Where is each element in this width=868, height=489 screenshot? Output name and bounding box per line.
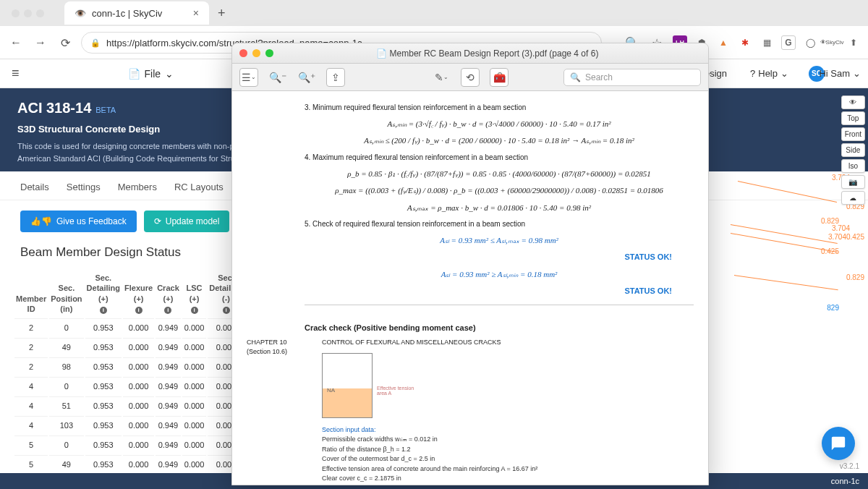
design-tab[interactable]: RC Layouts <box>174 182 224 192</box>
table-cell: 0.953 <box>85 318 122 336</box>
table-cell: 0.000 <box>123 338 154 356</box>
table-cell: 0 <box>49 377 83 395</box>
table-cell: 5 <box>14 455 48 473</box>
table-cell: 0 <box>49 435 83 454</box>
view-top[interactable]: Top <box>841 111 865 125</box>
file-menu[interactable]: 📄 File ⌄ <box>128 68 174 80</box>
view-side[interactable]: Side <box>841 143 865 157</box>
share-icon[interactable]: ⇪ <box>326 68 345 87</box>
macos-traffic-lights <box>6 9 50 17</box>
chevron-down-icon: ⌄ <box>780 68 788 79</box>
extension-icon[interactable]: ▦ <box>760 35 774 50</box>
sec-input: Effective tension area of concrete aroun… <box>322 464 694 474</box>
file-label: File <box>145 68 161 80</box>
table-cell: 0.953 <box>85 396 122 414</box>
update-model-button[interactable]: ⟳ Update model <box>144 211 230 232</box>
table-cell: 0.949 <box>156 338 181 356</box>
cloud-icon[interactable]: ☁ <box>841 191 865 205</box>
pdf-max[interactable] <box>265 49 273 57</box>
zoom-out-icon[interactable]: 🔍⁻ <box>268 68 287 87</box>
lock-icon: 🔒 <box>90 38 101 48</box>
back-button[interactable]: ← <box>7 34 25 51</box>
table-cell: 0.000 <box>123 396 154 414</box>
eff-label: Effective tension area A <box>377 386 420 396</box>
help-menu[interactable]: ? Help ⌄ <box>750 68 788 79</box>
table-cell: 2 <box>14 338 48 356</box>
pdf-search-input[interactable]: 🔍 Search <box>563 69 701 86</box>
forward-button[interactable]: → <box>32 34 49 51</box>
pdf-titlebar[interactable]: 📄 Member RC Beam Design Report (3).pdf (… <box>232 43 708 64</box>
version-label: v3.2.1 <box>840 462 859 470</box>
table-header: Flexure(+)i <box>123 270 154 317</box>
tab-close-icon[interactable]: × <box>193 7 199 19</box>
pdf-close[interactable] <box>239 49 247 57</box>
table-header: Sec.Position(in) <box>49 270 83 317</box>
pdf-body[interactable]: 3. Minimum required flexural tension rei… <box>232 91 708 485</box>
table-cell: 2 <box>14 318 48 336</box>
markup-icon[interactable]: 🧰 <box>490 68 509 87</box>
extension-icon[interactable]: ⬆ <box>846 35 861 50</box>
table-cell: 0.000 <box>182 416 207 434</box>
extension-g[interactable]: G <box>781 35 796 50</box>
tab-favicon: 👁️ <box>75 8 86 19</box>
traffic-close[interactable] <box>12 9 20 17</box>
view-iso[interactable]: Iso <box>841 159 865 173</box>
pdf-section-5: 5. Check of required flexural tension re… <box>305 219 694 229</box>
table-cell: 0.000 <box>182 377 207 395</box>
table-cell: 51 <box>49 396 83 414</box>
refresh-icon: ⟳ <box>154 216 161 226</box>
pdf-title-text: Member RC Beam Design Report (3).pdf (pa… <box>390 48 599 59</box>
design-tab[interactable]: Settings <box>67 182 101 192</box>
pdf-min[interactable] <box>252 49 260 57</box>
table-cell: 0.000 <box>123 377 154 395</box>
extension-icon[interactable]: ✱ <box>738 35 752 50</box>
eye-toggle[interactable]: 👁 <box>841 95 865 109</box>
camera-icon[interactable]: 📷 <box>841 175 865 189</box>
table-header: Crack(+)i <box>156 270 181 317</box>
highlight-icon[interactable]: ✎⌄ <box>432 68 451 87</box>
crack-diagram: NA Effective tension area A <box>322 353 373 418</box>
table-cell: 103 <box>49 416 83 434</box>
sidebar-toggle[interactable]: ☰⌄ <box>239 68 258 87</box>
code-title-text: ACI 318-14 <box>17 100 91 116</box>
traffic-max[interactable] <box>36 9 44 17</box>
pdf-title: 📄 Member RC Beam Design Report (3).pdf (… <box>273 48 701 59</box>
pdf-page: 3. Minimum required flexural tension rei… <box>247 103 694 485</box>
traffic-min[interactable] <box>24 9 32 17</box>
table-cell: 0.000 <box>182 396 207 414</box>
design-tab[interactable]: Details <box>20 182 49 192</box>
extension-icon[interactable]: ◯ <box>803 35 817 50</box>
design-tab[interactable]: Members <box>118 182 157 192</box>
hamburger-icon[interactable]: ≡ <box>12 66 20 81</box>
table-cell: 0.953 <box>85 416 122 434</box>
feedback-button[interactable]: 👍👎 Give us Feedback <box>20 211 137 232</box>
greeting-text: Hi Sam <box>819 68 850 79</box>
zoom-in-icon[interactable]: 🔍⁺ <box>297 68 316 87</box>
table-cell: 98 <box>49 357 83 375</box>
table-header: LSC(+)i <box>182 270 207 317</box>
extension-icon[interactable]: ▲ <box>716 35 731 50</box>
extension-skyciv[interactable]: 👁SkyCiv <box>825 35 839 50</box>
update-label: Update model <box>166 216 220 226</box>
browser-tab-bar: 👁️ conn-1c | SkyCiv × + <box>0 0 868 26</box>
chapter-ref: CHAPTER 10 (Section 10.6) <box>247 338 312 485</box>
table-cell: 4 <box>14 396 48 414</box>
rotate-icon[interactable]: ⟲ <box>461 68 480 87</box>
table-cell: 49 <box>49 338 83 356</box>
search-icon: 🔍 <box>570 72 581 82</box>
chat-icon <box>830 435 846 451</box>
table-cell: 0.949 <box>156 377 181 395</box>
pdf-preview-window[interactable]: 📄 Member RC Beam Design Report (3).pdf (… <box>231 43 709 485</box>
new-tab-button[interactable]: + <box>218 6 226 21</box>
view-front[interactable]: Front <box>841 127 865 141</box>
view-controls: 👁 Top Front Side Iso 📷 ☁ <box>841 95 865 205</box>
reload-button[interactable]: ⟳ <box>56 34 74 51</box>
thumbs-icon: 👍👎 <box>30 216 52 226</box>
pdf-section-4: 4. Maximum required flexural tension rei… <box>305 153 694 163</box>
help-icon: ? <box>750 68 755 79</box>
document-icon: 📄 <box>376 48 387 59</box>
chat-button[interactable] <box>822 427 855 460</box>
sec-input: Cover of the outermost bar d_c = 2.5 in <box>322 454 694 464</box>
user-greeting[interactable]: Hi Sam ⌄ <box>819 68 861 79</box>
browser-tab[interactable]: 👁️ conn-1c | SkyCiv × <box>64 1 209 25</box>
